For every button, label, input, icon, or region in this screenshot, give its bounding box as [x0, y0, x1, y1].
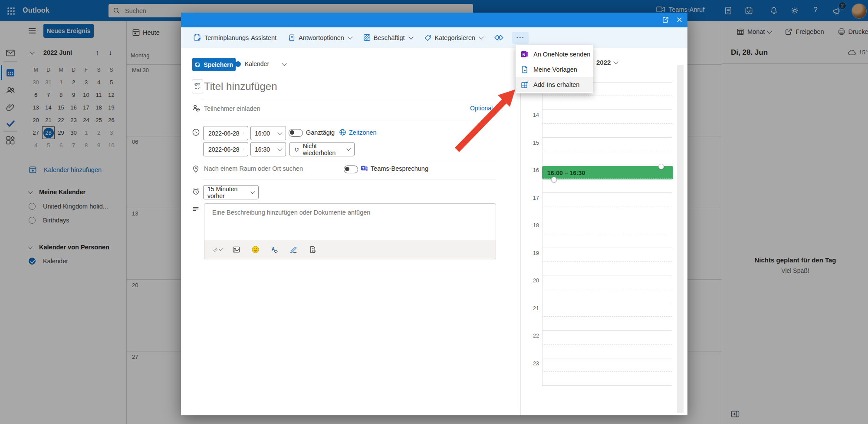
dayview-year: 2022: [596, 59, 611, 66]
hour-line: [542, 220, 672, 220]
event-resize-handle-bottom[interactable]: [551, 177, 557, 182]
event-charm-picker[interactable]: [192, 80, 203, 93]
chevron-down-icon: [408, 34, 413, 39]
half-hour-line: [542, 96, 672, 96]
save-button[interactable]: Speichern: [192, 58, 236, 71]
description-input[interactable]: [204, 204, 496, 238]
reminder-select[interactable]: 15 Minuten vorher: [203, 185, 259, 199]
start-date-field[interactable]: [203, 126, 248, 140]
hour-label: 19: [520, 250, 539, 256]
half-hour-line: [542, 316, 672, 317]
templates-icon: [521, 66, 529, 73]
datepicker-calendar-icon: [243, 146, 244, 152]
description-icon: [192, 205, 200, 214]
half-hour-line: [542, 289, 672, 289]
menu-item-label: An OneNote senden: [533, 51, 590, 58]
end-time-select[interactable]: 16:30: [250, 142, 286, 156]
more-options-menu: NAn OneNote sendenMeine VorlagenAdd-Ins …: [516, 45, 593, 93]
chevron-down-icon: [277, 130, 282, 135]
half-hour-line: [542, 234, 672, 234]
link-button[interactable]: [494, 33, 503, 42]
calendar-selector[interactable]: Kalender: [235, 60, 286, 67]
hour-label: 14: [520, 112, 539, 118]
description-editor: A: [204, 203, 496, 259]
teams-meeting-label: Teams-Besprechung: [371, 165, 428, 172]
svg-text:N: N: [523, 53, 526, 57]
chevron-down-icon: [346, 146, 351, 151]
menu-item-an-onenote-senden[interactable]: NAn OneNote senden: [516, 46, 593, 62]
hour-line: [542, 109, 672, 110]
timezones-label: Zeitzonen: [349, 129, 377, 136]
emoji-icon[interactable]: [251, 245, 260, 254]
event-compose-dialog: Terminplanungs-Assistent Antwortoptionen…: [181, 13, 687, 415]
clear-formatting-icon[interactable]: A: [270, 245, 279, 254]
hour-line: [542, 137, 672, 138]
all-day-label: Ganztägig: [306, 129, 335, 136]
half-hour-line: [542, 123, 672, 124]
close-icon[interactable]: [676, 16, 684, 24]
insert-image-icon[interactable]: [232, 245, 241, 254]
dialog-toolbar: Terminplanungs-Assistent Antwortoptionen…: [181, 27, 687, 48]
reminder-value: 15 Minuten vorher: [207, 186, 248, 199]
busy-status-label: Beschäftigt: [374, 34, 405, 41]
event-title-input[interactable]: [203, 80, 465, 93]
draw-pen-icon[interactable]: [289, 245, 298, 254]
chevron-down-icon: [219, 247, 223, 251]
dialog-day-view: 2022 16:00 – 16:30 131415161718192021222…: [520, 48, 687, 415]
hour-line: [542, 385, 672, 386]
response-options-button[interactable]: Antwortoptionen: [288, 34, 352, 42]
end-date-field[interactable]: [203, 142, 248, 156]
location-input[interactable]: [203, 165, 335, 172]
hour-line: [542, 165, 672, 165]
busy-status-button[interactable]: Beschäftigt: [363, 34, 413, 41]
datepicker-calendar-icon: [243, 130, 244, 136]
categorize-tag-icon: [424, 34, 432, 42]
teams-logo-icon: T: [361, 165, 368, 172]
chevron-down-icon: [282, 61, 286, 66]
save-icon: [195, 61, 200, 68]
hour-label: 16: [520, 167, 539, 173]
loop-component-icon[interactable]: [309, 245, 317, 254]
half-hour-line: [542, 151, 672, 151]
more-options-button[interactable]: ···: [512, 32, 529, 44]
start-date-input[interactable]: [207, 129, 246, 137]
hour-line: [542, 330, 672, 331]
half-hour-line: [542, 206, 672, 206]
globe-icon: [339, 129, 346, 136]
hour-label: 18: [520, 222, 539, 229]
categorize-label: Kategorisieren: [435, 34, 476, 41]
charm-icons: [194, 82, 201, 91]
response-options-icon: [288, 34, 296, 42]
dayview-scrollbar[interactable]: [677, 65, 684, 413]
scheduling-assistant-icon: [193, 33, 201, 42]
popout-icon[interactable]: [662, 16, 670, 24]
event-block[interactable]: 16:00 – 16:30: [542, 166, 673, 179]
start-time-select[interactable]: 16:00: [250, 126, 286, 140]
repeat-value: Nicht wiederholen: [303, 142, 344, 156]
optional-attendees-button[interactable]: Optional: [470, 105, 493, 112]
hour-line: [542, 248, 672, 248]
dayview-date-header[interactable]: 2022: [596, 59, 618, 66]
attach-file-icon[interactable]: [213, 245, 222, 254]
teams-meeting-toggle[interactable]: [344, 166, 358, 173]
repeat-select[interactable]: Nicht wiederholen: [289, 142, 355, 156]
svg-text:A: A: [272, 247, 275, 252]
hour-line: [542, 358, 672, 358]
attendees-input[interactable]: [203, 105, 422, 113]
location-pin-icon: [192, 165, 200, 173]
half-hour-line: [542, 179, 672, 179]
dialog-title-bar: [181, 13, 687, 27]
scheduling-assistant-button[interactable]: Terminplanungs-Assistent: [193, 33, 276, 42]
onenote-icon: N: [521, 50, 529, 58]
categorize-button[interactable]: Kategorisieren: [424, 34, 483, 42]
menu-item-add-ins-erhalten[interactable]: Add-Ins erhalten: [516, 77, 593, 92]
form-divider: [203, 179, 496, 179]
hour-label: 23: [520, 361, 539, 367]
repeat-icon: [294, 146, 299, 152]
timezones-button[interactable]: Zeitzonen: [339, 129, 377, 136]
outlook-calendar-app: Outlook Teams-Anruf ? 2: [0, 0, 868, 424]
end-date-input[interactable]: [207, 146, 246, 153]
all-day-toggle[interactable]: [289, 129, 303, 137]
response-options-label: Antwortoptionen: [299, 34, 344, 41]
menu-item-meine-vorlagen[interactable]: Meine Vorlagen: [516, 62, 593, 77]
